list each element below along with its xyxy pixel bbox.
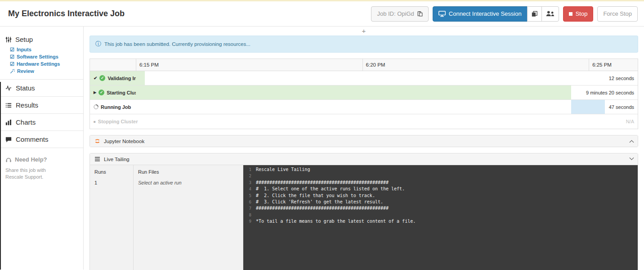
checkbox-checked-icon: ☑	[10, 54, 14, 59]
live-tailing-title: Live Tailing	[104, 157, 130, 162]
timeline-row-label[interactable]: ▶ ✓ Starting Cluster	[90, 86, 136, 99]
timeline-header: 6:15 PM 6:20 PM 6:25 PM	[90, 59, 638, 71]
line-text: # 3. Click 'Refresh' to get the latest r…	[251, 199, 383, 205]
duration-bar	[136, 71, 145, 85]
spinner-icon	[93, 104, 99, 110]
duration-bar	[571, 100, 605, 114]
clone-job-button[interactable]	[527, 6, 542, 22]
need-help-link[interactable]: Need Help?	[5, 156, 78, 163]
share-job-button[interactable]	[541, 6, 559, 22]
jupyter-panel-header[interactable]: Jupyter Notebook	[90, 135, 638, 147]
line-text: # 2. Click the file that you wish to tra…	[251, 193, 375, 199]
page-title: My Electronics Interactive Job	[8, 9, 125, 18]
terminal-line: 1Rescale Live Tailing	[243, 166, 638, 173]
line-number: 6	[243, 199, 251, 205]
chevron-down-icon[interactable]	[630, 156, 634, 160]
line-number: 7	[243, 205, 251, 212]
status-alert: ⓘ This job has been submitted. Currently…	[89, 36, 638, 53]
results-label: Results	[16, 101, 38, 109]
jupyter-notebook-panel: Jupyter Notebook	[89, 135, 638, 147]
stop-square-icon	[569, 12, 572, 16]
duration-bar	[136, 86, 571, 99]
pending-square-icon: ■	[94, 120, 96, 124]
time-tick: 6:15 PM	[136, 59, 362, 71]
line-text	[251, 173, 256, 179]
expand-toggle-button[interactable]: +	[362, 28, 366, 34]
step-duration: N/A	[626, 114, 634, 129]
line-text: ########################################…	[251, 205, 389, 212]
terminal-line: 5# 2. Click the file that you wish to tr…	[243, 193, 638, 199]
force-stop-button[interactable]: Force Stop	[597, 6, 638, 22]
charts-label: Charts	[16, 118, 36, 126]
step-duration: 12 seconds	[609, 71, 634, 85]
run-list-item[interactable]: 1	[90, 176, 133, 189]
success-check-icon: ✓	[98, 90, 104, 95]
timeline-row-starting-cluster: ▶ ✓ Starting Cluster 9 minutes 20 second…	[90, 86, 638, 100]
live-tailing-header[interactable]: Live Tailing	[90, 153, 638, 165]
stop-button[interactable]: Stop	[563, 6, 594, 22]
comments-label: Comments	[16, 135, 49, 143]
help-block: Need Help? Share this job with Rescale S…	[0, 148, 83, 180]
line-number: 9	[243, 218, 251, 225]
step-duration: 9 minutes 20 seconds	[586, 86, 634, 99]
line-text: Rescale Live Tailing	[251, 166, 310, 173]
run-files-header: Run Files	[134, 165, 243, 176]
help-text: Share this job with Rescale Support.	[5, 167, 59, 180]
sidebar-item-results[interactable]: Results	[0, 96, 83, 113]
expander-row: +	[89, 27, 638, 35]
chevron-up-icon[interactable]	[630, 140, 634, 144]
sidebar-item-software-settings[interactable]: ☑ Software Settings	[5, 53, 78, 60]
force-stop-label: Force Stop	[603, 10, 632, 17]
hamburger-icon	[94, 157, 100, 162]
jupyter-panel-title: Jupyter Notebook	[104, 139, 144, 144]
sliders-icon	[5, 36, 12, 43]
timeline-track: 12 seconds	[136, 71, 638, 85]
sidebar-item-status[interactable]: Status	[0, 79, 83, 96]
terminal-line: 3#######################################…	[243, 180, 638, 186]
job-id-label: Job ID: OpiGd	[377, 10, 414, 17]
connect-interactive-session-button[interactable]: Connect Interactive Session	[433, 6, 528, 22]
sidebar-item-hardware-settings[interactable]: ☑ Hardware Settings	[5, 60, 78, 68]
header-actions: Job ID: OpiGd Connect Interactive Sessio…	[371, 6, 638, 22]
timeline-row-stopping-cluster: ■ Stopping Cluster N/A	[90, 114, 638, 129]
line-number: 5	[243, 193, 251, 199]
connect-label: Connect Interactive Session	[449, 10, 522, 17]
success-check-icon: ✓	[99, 75, 105, 81]
sidebar-item-charts[interactable]: Charts	[0, 113, 83, 130]
main-content: + ⓘ This job has been submitted. Current…	[84, 27, 644, 270]
line-number: 3	[243, 180, 251, 186]
timeline-label-column-header	[90, 59, 136, 71]
hardware-settings-label: Hardware Settings	[17, 61, 60, 67]
timeline-row-validating-input: ✔ ✓ Validating Input 12 seconds	[90, 71, 638, 86]
step-name: Stopping Cluster	[98, 119, 138, 124]
line-text: *To tail a file means to grab the latest…	[251, 218, 416, 225]
inputs-label: Inputs	[17, 47, 31, 52]
clone-icon	[532, 11, 537, 17]
sidebar-item-setup[interactable]: Setup	[5, 35, 78, 46]
review-label: Review	[17, 68, 34, 74]
sidebar-item-inputs[interactable]: ☑ Inputs	[5, 46, 78, 53]
monitor-icon	[438, 11, 446, 17]
live-tailing-body: Runs 1 Run Files Select an active run 1R…	[90, 165, 638, 270]
sidebar: Setup ☑ Inputs ☑ Software Settings ☑ Har…	[0, 27, 84, 270]
step-duration: 47 seconds	[609, 100, 634, 114]
timeline-row-label[interactable]: ✔ ✓ Validating Input	[90, 71, 136, 85]
line-text	[251, 212, 256, 218]
checkbox-checked-icon: ☑	[10, 62, 14, 67]
alert-text: This job has been submitted. Currently p…	[104, 41, 250, 47]
terminal-line: 7#######################################…	[243, 205, 638, 212]
sidebar-item-review[interactable]: Review	[5, 68, 78, 75]
timeline-track: 9 minutes 20 seconds	[136, 86, 638, 99]
magic-wand-icon	[10, 69, 15, 74]
bar-chart-icon	[5, 119, 12, 126]
time-tick: 6:25 PM	[589, 59, 638, 71]
terminal-line: 2	[243, 173, 638, 179]
run-files-placeholder: Select an active run	[134, 176, 243, 189]
line-text: # 1. Select one of the active runs liste…	[251, 186, 405, 192]
status-activity-icon	[5, 85, 12, 91]
job-id-button[interactable]: Job ID: OpiGd	[371, 6, 428, 22]
runs-header: Runs	[90, 165, 133, 176]
sidebar-section-setup: Setup ☑ Inputs ☑ Software Settings ☑ Har…	[0, 33, 83, 79]
sidebar-item-comments[interactable]: Comments	[0, 130, 83, 148]
software-settings-label: Software Settings	[17, 54, 58, 59]
